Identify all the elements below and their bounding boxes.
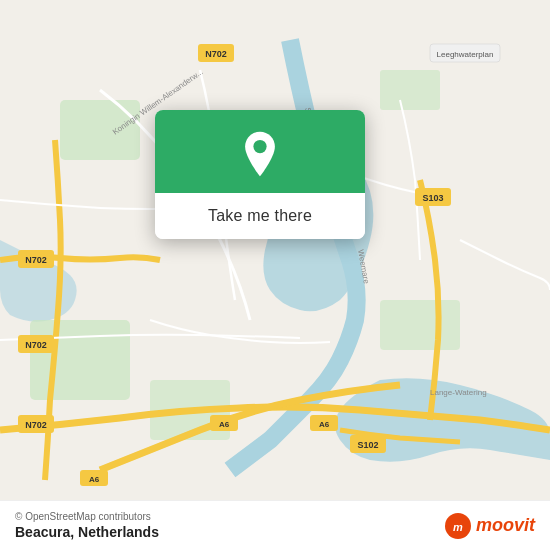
location-pin-icon <box>236 130 284 178</box>
attribution-text: © OpenStreetMap contributors <box>15 511 159 522</box>
svg-text:Leeghwaterplan: Leeghwaterplan <box>437 50 494 59</box>
svg-text:N702: N702 <box>205 49 227 59</box>
svg-text:N702: N702 <box>25 340 47 350</box>
svg-point-30 <box>253 140 266 153</box>
moovit-logo[interactable]: m moovit <box>444 512 535 540</box>
svg-text:S102: S102 <box>357 440 378 450</box>
moovit-label: moovit <box>476 515 535 536</box>
svg-rect-2 <box>380 70 440 110</box>
popup-card: Take me there <box>155 110 365 239</box>
svg-text:A6: A6 <box>219 420 230 429</box>
popup-green-section <box>155 110 365 193</box>
svg-text:A6: A6 <box>319 420 330 429</box>
take-me-there-button[interactable]: Take me there <box>155 193 365 239</box>
location-name: Beacura, Netherlands <box>15 524 159 540</box>
svg-text:m: m <box>453 521 463 533</box>
moovit-icon: m <box>444 512 472 540</box>
bottom-left-section: © OpenStreetMap contributors Beacura, Ne… <box>15 511 159 540</box>
svg-text:A6: A6 <box>89 475 100 484</box>
map-svg: N702 N702 N702 A6 A6 A6 S103 S102 N702 L… <box>0 0 550 550</box>
svg-text:S103: S103 <box>422 193 443 203</box>
svg-text:Lange-Watering: Lange-Watering <box>430 388 487 397</box>
svg-text:N702: N702 <box>25 255 47 265</box>
bottom-bar: © OpenStreetMap contributors Beacura, Ne… <box>0 500 550 550</box>
svg-rect-5 <box>380 300 460 350</box>
svg-text:N702: N702 <box>25 420 47 430</box>
svg-rect-1 <box>60 100 140 160</box>
map-container: N702 N702 N702 A6 A6 A6 S103 S102 N702 L… <box>0 0 550 550</box>
svg-rect-3 <box>30 320 130 400</box>
